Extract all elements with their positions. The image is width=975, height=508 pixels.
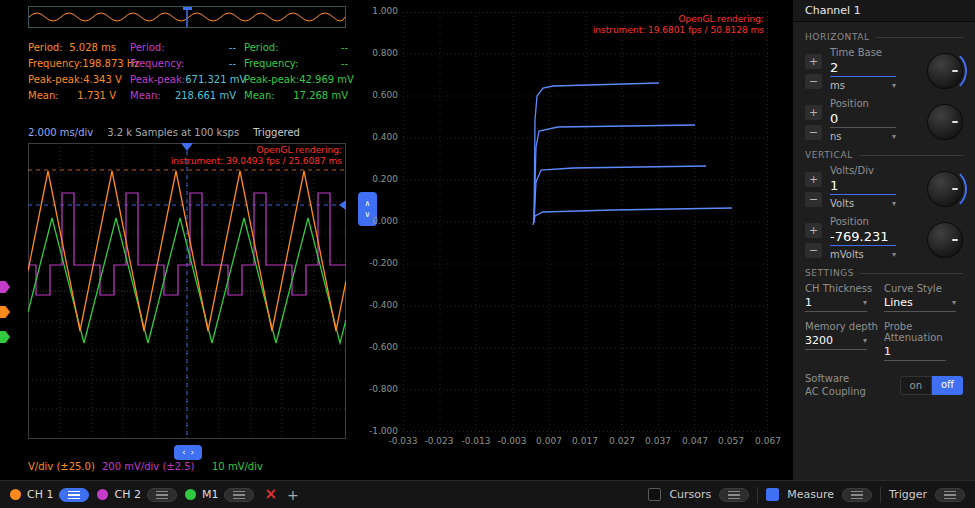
time-base-unit-select[interactable]: ms ▾ — [830, 77, 896, 91]
v-position-label: Position — [830, 216, 919, 227]
settings-lines-icon — [851, 491, 863, 499]
ch1-settings-pill[interactable] — [59, 488, 89, 502]
ch-thickness-label: CH Thickness — [805, 283, 884, 294]
m1-label: M1 — [202, 488, 219, 501]
ch2-offset-marker[interactable] — [0, 281, 10, 293]
chevron-down-icon: ▾ — [892, 132, 896, 141]
volts-div-unit-select[interactable]: Volts ▾ — [830, 195, 896, 209]
measurement-row: Mean:17.268 mV — [244, 88, 348, 104]
m1-settings-pill[interactable] — [224, 488, 254, 502]
y-tick-label: 1.000 — [356, 6, 398, 16]
x-tick-label: -0.023 — [418, 436, 460, 446]
toolbar-separator — [880, 487, 881, 503]
v-position-value-input[interactable]: -769.231 — [830, 229, 896, 246]
measurements-panel: Period:5.028 ms Frequency:198.873 Hz Pea… — [28, 40, 348, 104]
scope-canvas — [28, 143, 346, 439]
measurement-value: -- — [341, 56, 348, 72]
ch1-offset-marker[interactable] — [0, 306, 10, 318]
v-position-unit-select[interactable]: mVolts ▾ — [830, 246, 896, 260]
trigger-status: Triggered — [253, 127, 300, 138]
time-base-knob[interactable] — [927, 53, 963, 89]
trigger-settings-pill[interactable] — [935, 488, 965, 502]
ch-thickness-select[interactable]: 1 ▾ — [805, 296, 867, 312]
overview-position-handle[interactable] — [183, 7, 192, 10]
measurement-row: Mean:1.731 V — [28, 88, 116, 104]
v-position-decrement-button[interactable]: − — [805, 243, 822, 258]
volts-div-knob[interactable] — [927, 171, 963, 207]
h-position-unit-select[interactable]: ns ▾ — [830, 128, 896, 142]
xy-plot[interactable]: OpenGL rendering: instrument: 19.6801 fp… — [403, 12, 768, 432]
section-label: SETTINGS — [805, 268, 854, 278]
remove-channel-button[interactable]: × — [264, 487, 277, 502]
time-base-increment-button[interactable]: + — [805, 54, 822, 69]
volts-div-increment-button[interactable]: + — [805, 172, 822, 187]
h-position-knob[interactable] — [927, 104, 963, 140]
h-position-value-input[interactable]: 0 — [830, 111, 896, 128]
volts-div-decrement-button[interactable]: − — [805, 192, 822, 207]
ch2-button[interactable]: CH 2 — [97, 488, 176, 502]
ch2-settings-pill[interactable] — [147, 488, 177, 502]
xy-curve-family — [533, 83, 732, 225]
memory-depth-field: Memory depth 3200 ▾ — [805, 321, 884, 361]
ch1-button[interactable]: CH 1 — [10, 488, 89, 502]
m1-scale-label: 10 mV/div — [212, 461, 263, 472]
v-position-knob[interactable] — [927, 222, 963, 258]
measure-settings-pill[interactable] — [842, 488, 872, 502]
y-tick-label: 0.200 — [356, 174, 398, 184]
ac-coupling-off-button[interactable]: off — [932, 376, 963, 395]
cursors-checkbox[interactable] — [648, 488, 661, 501]
measure-checkbox[interactable] — [766, 488, 779, 501]
ac-coupling-label: Software AC Coupling — [805, 372, 866, 398]
ch-thickness-field: CH Thickness 1 ▾ — [805, 283, 884, 312]
settings-lines-icon — [156, 491, 168, 499]
bottom-toolbar: CH 1 CH 2 M1 × + Cursors Measure — [0, 480, 975, 508]
y-tick-label: 0.000 — [356, 216, 398, 226]
time-base-value-input[interactable]: 2 — [830, 60, 896, 77]
chevron-down-icon: ▾ — [892, 81, 896, 90]
measurement-label: Frequency: — [28, 56, 82, 72]
measurement-row: Period:5.028 ms — [28, 40, 116, 56]
m1-offset-marker[interactable] — [0, 331, 10, 343]
y-tick-label: 0.600 — [356, 90, 398, 100]
curve-style-value: Lines — [884, 296, 913, 309]
scope-plot[interactable]: OpenGL rendering: instrument: 39.0493 fp… — [28, 143, 346, 439]
settings-lines-icon — [944, 491, 956, 499]
oscilloscope-app: Period:5.028 ms Frequency:198.873 Hz Pea… — [0, 0, 975, 508]
h-position-increment-button[interactable]: + — [805, 105, 822, 120]
cursors-settings-pill[interactable] — [719, 488, 749, 502]
m1-button[interactable]: M1 — [185, 488, 255, 502]
ch2-label: CH 2 — [114, 488, 140, 501]
xy-curve-4 — [533, 208, 732, 225]
ac-coupling-on-button[interactable]: on — [900, 376, 932, 395]
ac-coupling-label-line1: Software — [805, 373, 849, 384]
h-position-decrement-button[interactable]: − — [805, 125, 822, 140]
measurement-label: Mean: — [28, 88, 59, 104]
horizontal-section-header: HORIZONTAL — [805, 32, 963, 42]
time-base-decrement-button[interactable]: − — [805, 74, 822, 89]
trigger-time-marker[interactable] — [181, 143, 193, 151]
toolbar-separator — [757, 487, 758, 503]
y-tick-label: -0.600 — [356, 342, 398, 352]
ch-thickness-value: 1 — [805, 296, 812, 309]
samples-readout: 3.2 k Samples at 100 ksps — [107, 127, 239, 138]
v-position-increment-button[interactable]: + — [805, 223, 822, 238]
measurement-value: 42.969 mV — [299, 72, 354, 88]
waveform-overview-strip[interactable] — [28, 6, 346, 28]
memory-depth-select[interactable]: 3200 ▾ — [805, 334, 867, 350]
chevron-left-icon[interactable]: ‹ — [182, 448, 186, 457]
add-channel-button[interactable]: + — [287, 488, 299, 502]
settings-lines-icon — [233, 491, 245, 499]
horizontal-scroll-widget[interactable]: ‹ › — [174, 445, 202, 460]
chevron-right-icon[interactable]: › — [191, 448, 195, 457]
volts-div-value-input[interactable]: 1 — [830, 178, 896, 195]
curve-style-select[interactable]: Lines ▾ — [884, 296, 956, 312]
channel-buttons-group: CH 1 CH 2 M1 × + — [10, 487, 299, 502]
measurement-value: -- — [229, 40, 236, 56]
channel-settings-panel: Channel 1 HORIZONTAL + − Time Base 2 ms … — [793, 0, 975, 480]
probe-attenuation-input[interactable]: 1 — [884, 345, 946, 361]
y-tick-label: -0.800 — [356, 384, 398, 394]
chevron-up-icon[interactable]: ∧ — [365, 200, 371, 208]
measurement-label: Peak-peak: — [28, 72, 83, 88]
settings-section-header: SETTINGS — [805, 268, 963, 278]
time-base-control: + − Time Base 2 ms ▾ — [805, 47, 963, 91]
